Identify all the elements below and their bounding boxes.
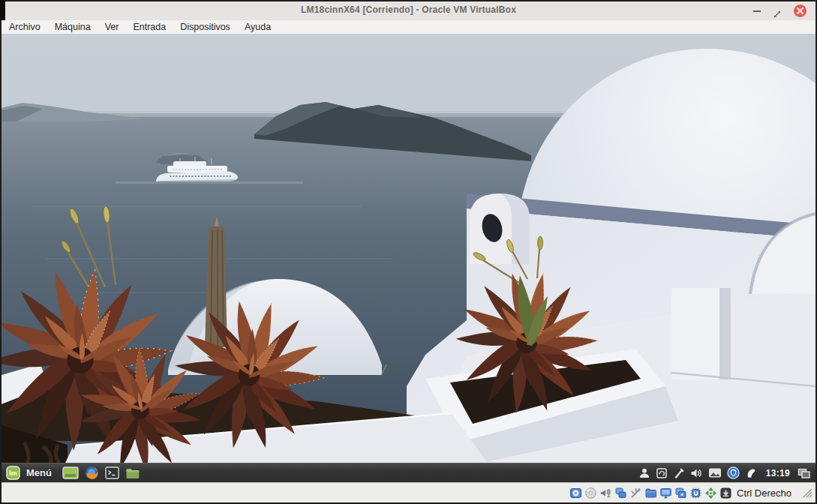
files-launcher[interactable]	[125, 467, 140, 479]
photo-icon	[708, 467, 722, 478]
sync-applet[interactable]	[656, 467, 668, 479]
restore-button[interactable]	[773, 8, 781, 15]
hard-disks-icon[interactable]	[569, 487, 582, 500]
corner-notch	[0, 0, 5, 20]
tablet-applet[interactable]	[673, 467, 685, 479]
close-button[interactable]	[794, 4, 806, 17]
mint-logo-icon: lm	[6, 466, 20, 480]
audio-icon[interactable]	[599, 487, 612, 500]
terminal-launcher[interactable]	[105, 466, 119, 479]
network-applet[interactable]	[745, 467, 757, 479]
usb-devices-icon[interactable]	[629, 487, 642, 500]
volume-applet[interactable]	[690, 467, 703, 479]
user-applet[interactable]	[638, 467, 650, 479]
virtualbox-window: LM18cinnX64 [Corriendo] - Oracle VM Virt…	[0, 0, 817, 504]
firefox-icon	[85, 466, 99, 480]
shared-folders-icon[interactable]	[644, 487, 657, 500]
network-icon	[745, 467, 757, 479]
restore-icon	[773, 10, 781, 18]
vm-screen: lm Menú	[2, 34, 815, 482]
window-list-applet[interactable]	[797, 467, 811, 479]
wallpaper-photo	[2, 34, 815, 463]
menu-ver[interactable]: Ver	[105, 22, 119, 32]
host-key-label: Ctrl Derecho	[737, 488, 791, 499]
display-icon[interactable]	[659, 487, 672, 500]
close-icon	[797, 8, 803, 14]
sync-frame-icon	[656, 467, 668, 479]
vbox-statusbar: Ctrl Derecho	[2, 482, 815, 502]
terminal-icon	[105, 466, 119, 479]
menu-button-label[interactable]: Menú	[26, 467, 52, 478]
user-icon	[638, 467, 650, 479]
window-title: LM18cinnX64 [Corriendo] - Oracle VM Virt…	[2, 4, 815, 15]
volume-icon	[690, 467, 703, 479]
menubar: Archivo Máquina Ver Entrada Dispositivos…	[2, 20, 815, 34]
features-chip-icon[interactable]	[689, 487, 702, 500]
window-list-icon	[797, 467, 811, 479]
update-manager-applet[interactable]	[727, 466, 740, 479]
show-desktop-button[interactable]	[62, 466, 79, 479]
update-shield-icon	[727, 466, 740, 479]
resize-grip[interactable]	[799, 484, 812, 501]
menu-maquina[interactable]: Máquina	[55, 22, 91, 32]
svg-text:lm: lm	[9, 470, 17, 477]
menu-entrada[interactable]: Entrada	[133, 22, 166, 32]
titlebar[interactable]: LM18cinnX64 [Corriendo] - Oracle VM Virt…	[2, 2, 815, 20]
optical-drives-icon[interactable]	[584, 487, 597, 500]
mouse-integration-icon[interactable]	[704, 487, 717, 500]
mint-menu-button[interactable]: lm	[6, 466, 20, 480]
menu-dispositivos[interactable]: Dispositivos	[180, 22, 230, 32]
minimize-button[interactable]	[753, 10, 761, 12]
firefox-launcher[interactable]	[85, 466, 99, 480]
show-desktop-icon	[62, 466, 79, 479]
network-adapters-icon[interactable]	[614, 487, 627, 500]
menu-archivo[interactable]: Archivo	[9, 22, 41, 32]
screenshot-applet[interactable]	[708, 467, 722, 478]
brush-icon	[673, 467, 685, 479]
menu-ayuda[interactable]: Ayuda	[245, 22, 271, 32]
folder-icon	[125, 467, 140, 479]
recording-icon[interactable]	[674, 487, 687, 500]
mint-taskbar: lm Menú	[2, 463, 815, 482]
clock[interactable]: 13:19	[766, 468, 790, 478]
keyboard-capture-icon[interactable]	[719, 487, 732, 500]
